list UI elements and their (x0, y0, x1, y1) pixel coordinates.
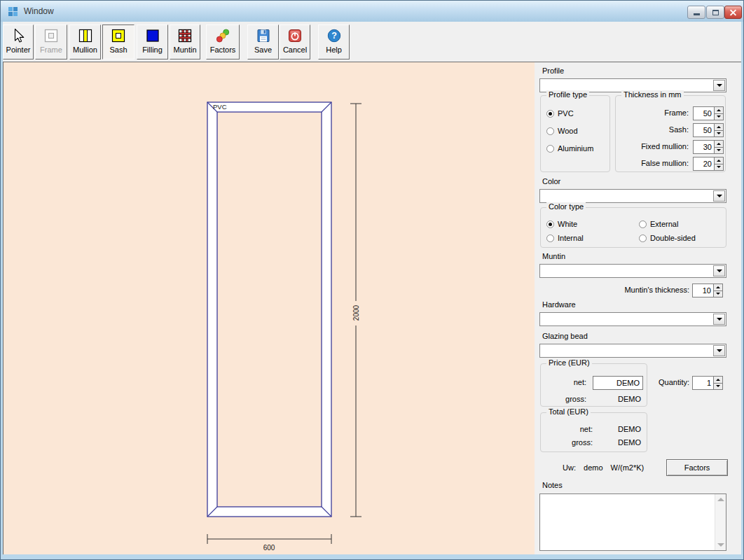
glazing-bead-dropdown[interactable] (539, 344, 726, 358)
sash-thickness-spin-buttons[interactable] (714, 124, 723, 136)
fixed-mullion-spin-buttons[interactable] (714, 141, 723, 153)
radio-pvc[interactable]: PVC (546, 109, 574, 118)
profile-dropdown-arrow-icon[interactable] (713, 80, 725, 91)
notes-scrollbar[interactable] (715, 494, 726, 550)
radio-white-label: White (558, 220, 577, 228)
toolbar-button-filling[interactable]: Filling (137, 24, 168, 59)
toolbar-button-pointer[interactable]: Pointer (3, 24, 34, 59)
radio-internal[interactable]: Internal (546, 234, 584, 242)
radio-aluminium[interactable]: Aluminium (546, 144, 593, 153)
toolbar-button-frame[interactable]: Frame (35, 24, 67, 59)
radio-wood-label: Wood (558, 127, 578, 135)
spin-down-icon (715, 164, 723, 171)
toolbar-label-sash: Sash (103, 46, 134, 54)
window-frame: Window Pointer Frame (0, 0, 744, 560)
scroll-up-icon[interactable] (717, 498, 724, 501)
toolbar-button-factors[interactable]: Factors (206, 24, 240, 59)
sash-thickness-spinner[interactable]: 50 (693, 123, 724, 137)
fixed-mullion-spinner[interactable]: 30 (693, 140, 724, 154)
window-drawing: PVC 2000 600 (4, 62, 535, 554)
radio-double-sided-circle (639, 234, 647, 242)
maximize-button[interactable] (706, 6, 724, 19)
quantity-spinner[interactable]: 1 (692, 376, 723, 390)
svg-text:?: ? (331, 31, 337, 41)
toolbar-label-pointer: Pointer (4, 46, 33, 54)
frame-thickness-spin-buttons[interactable] (714, 107, 723, 120)
spin-down-icon (715, 114, 723, 120)
uw-value: demo (584, 463, 603, 472)
color-type-legend: Color type (546, 202, 586, 211)
radio-external-label: External (650, 220, 678, 228)
filling-glass-icon (144, 27, 161, 44)
sash-ring-icon (110, 27, 127, 44)
toolbar-label-cancel: Cancel (280, 46, 310, 54)
muntin-dropdown-arrow-icon[interactable] (713, 265, 725, 276)
scroll-down-icon[interactable] (717, 543, 724, 547)
pointer-cursor-icon (10, 27, 27, 44)
color-dropdown-arrow-icon[interactable] (713, 190, 725, 202)
notes-label: Notes (542, 481, 563, 489)
toolbar-label-factors: Factors (207, 46, 239, 54)
price-net-input[interactable] (593, 376, 643, 390)
muntin-thickness-spin-buttons[interactable] (713, 284, 722, 297)
frame-inner-rect (217, 112, 322, 507)
glazing-bead-dropdown-arrow-icon[interactable] (713, 345, 725, 356)
total-gross-label: gross: (572, 438, 593, 447)
muntin-dropdown[interactable] (539, 264, 726, 278)
toolbar-button-mullion[interactable]: Mullion (69, 24, 101, 59)
radio-external[interactable]: External (639, 220, 678, 228)
toolbar-label-filling: Filling (137, 46, 167, 54)
spin-up-icon (715, 141, 723, 148)
radio-white[interactable]: White (546, 220, 577, 228)
toolbar-label-help: Help (319, 46, 349, 54)
muntin-thickness-spinner[interactable]: 10 (692, 284, 723, 298)
muntin-thickness-label: Muntin's thickness: (624, 286, 689, 294)
profile-label: Profile (542, 66, 564, 75)
profile-type-group: Profile type PVC Wood Aluminium (540, 95, 610, 172)
price-legend: Price (EUR) (546, 358, 592, 367)
spin-up-icon (715, 107, 723, 114)
toolbar-button-help[interactable]: ? Help (318, 24, 350, 59)
width-dimension-line (207, 534, 331, 544)
width-dimension-value: 600 (263, 544, 275, 552)
radio-internal-circle (546, 234, 554, 242)
app-logo-icon (8, 6, 18, 17)
hardware-dropdown-arrow-icon[interactable] (713, 314, 725, 325)
spin-up-icon (715, 158, 723, 164)
toolbar-label-mullion: Mullion (70, 46, 100, 54)
toolbar-button-cancel[interactable]: Cancel (280, 24, 310, 59)
notes-box (539, 493, 726, 551)
radio-double-sided[interactable]: Double-sided (639, 234, 696, 242)
hardware-dropdown[interactable] (539, 312, 726, 326)
total-net-label: net: (580, 425, 593, 433)
toolbar-button-muntin[interactable]: Muntin (170, 24, 200, 59)
muntin-thickness-value: 10 (693, 284, 713, 297)
close-button[interactable] (724, 6, 742, 19)
material-label: PVC (213, 103, 227, 111)
toolbar-button-sash[interactable]: Sash (102, 24, 135, 59)
hardware-label: Hardware (542, 300, 576, 309)
profile-type-legend: Profile type (546, 90, 589, 99)
quantity-spin-buttons[interactable] (713, 377, 722, 389)
frame-thickness-spinner[interactable]: 50 (693, 106, 724, 120)
spin-down-icon (715, 148, 723, 154)
false-mullion-spin-buttons[interactable] (714, 158, 723, 170)
minimize-button[interactable] (687, 6, 705, 19)
uw-label: Uw: (563, 463, 576, 472)
radio-wood[interactable]: Wood (546, 127, 578, 135)
toolbar-button-save[interactable]: Save (247, 24, 279, 59)
color-dropdown[interactable] (539, 189, 726, 203)
minimize-icon (694, 13, 700, 15)
total-legend: Total (EUR) (546, 407, 591, 416)
mullion-bar-icon (77, 27, 94, 44)
thickness-group: Thickness in mm Frame: 50 Sash: 50 Fixed… (615, 95, 726, 172)
notes-input[interactable] (540, 494, 714, 550)
false-mullion-spinner[interactable]: 20 (693, 157, 724, 171)
spin-up-icon (714, 284, 722, 291)
cancel-stop-icon (287, 27, 303, 44)
uw-row: Uw: demo W/(m2*K) (563, 463, 644, 472)
design-canvas[interactable]: PVC 2000 600 (4, 62, 535, 554)
factors-button[interactable]: Factors (666, 459, 728, 476)
window-title: Window (24, 6, 54, 16)
titlebar[interactable]: Window (1, 1, 743, 22)
